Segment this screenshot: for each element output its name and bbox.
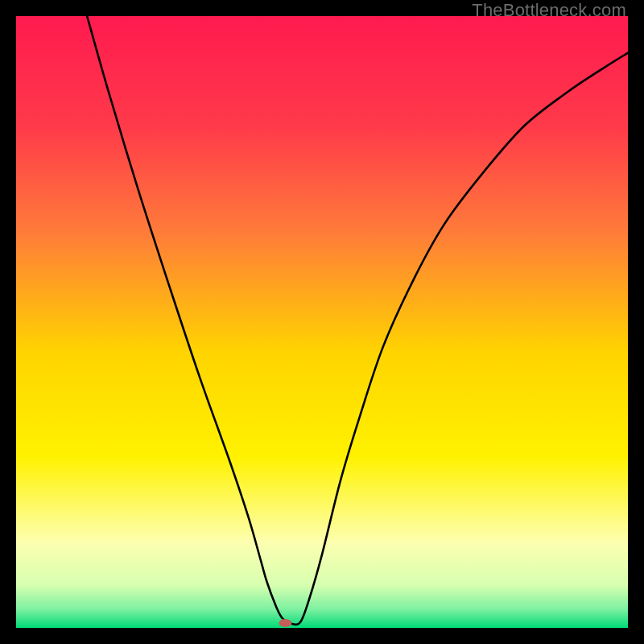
gradient-background xyxy=(16,16,628,628)
bottleneck-chart xyxy=(16,16,628,628)
minimum-marker xyxy=(279,619,291,627)
plot-frame xyxy=(16,16,628,628)
